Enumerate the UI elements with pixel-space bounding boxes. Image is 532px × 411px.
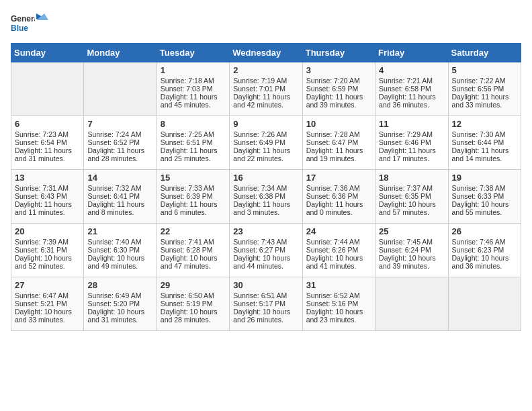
daylight-text: Daylight: 10 hours and 33 minutes. <box>15 308 80 324</box>
daylight-text: Daylight: 11 hours and 45 minutes. <box>161 93 226 109</box>
weekday-header-tuesday: Tuesday <box>157 44 229 62</box>
daylight-text: Daylight: 11 hours and 11 minutes. <box>15 200 80 216</box>
day-number: 28 <box>87 280 152 290</box>
sunset-text: Sunset: 6:27 PM <box>233 246 298 254</box>
day-number: 10 <box>306 119 371 129</box>
sunset-text: Sunset: 6:59 PM <box>306 85 371 93</box>
day-number: 30 <box>233 280 298 290</box>
day-number: 18 <box>379 173 444 183</box>
daylight-text: Daylight: 11 hours and 6 minutes. <box>161 200 226 216</box>
sunset-text: Sunset: 6:38 PM <box>233 192 298 200</box>
sunset-text: Sunset: 6:47 PM <box>306 138 371 146</box>
calendar-cell: 20Sunrise: 7:39 AMSunset: 6:31 PMDayligh… <box>11 224 84 277</box>
calendar-cell: 26Sunrise: 7:46 AMSunset: 6:23 PMDayligh… <box>448 224 521 277</box>
sunset-text: Sunset: 5:20 PM <box>87 300 152 308</box>
logo-graphic: General Blue <box>11 11 35 35</box>
calendar-cell: 31Sunrise: 6:52 AMSunset: 5:16 PMDayligh… <box>302 277 375 331</box>
sunrise-text: Sunrise: 7:30 AM <box>452 130 517 138</box>
day-number: 22 <box>161 226 226 236</box>
weekday-header-row: SundayMondayTuesdayWednesdayThursdayFrid… <box>11 44 521 62</box>
sunrise-text: Sunrise: 7:26 AM <box>233 130 298 138</box>
sunrise-text: Sunrise: 7:24 AM <box>87 130 152 138</box>
daylight-text: Daylight: 10 hours and 49 minutes. <box>87 254 152 270</box>
sunrise-text: Sunrise: 7:41 AM <box>161 238 226 246</box>
calendar-cell: 5Sunrise: 7:22 AMSunset: 6:56 PMDaylight… <box>448 62 521 116</box>
weekday-header-sunday: Sunday <box>11 44 84 62</box>
day-number: 31 <box>306 280 371 290</box>
calendar-cell: 19Sunrise: 7:38 AMSunset: 6:33 PMDayligh… <box>448 170 521 224</box>
sunrise-text: Sunrise: 7:34 AM <box>233 184 298 192</box>
sunrise-text: Sunrise: 7:46 AM <box>452 238 517 246</box>
calendar-cell: 13Sunrise: 7:31 AMSunset: 6:43 PMDayligh… <box>11 170 84 224</box>
calendar-cell: 2Sunrise: 7:19 AMSunset: 7:01 PMDaylight… <box>230 62 302 116</box>
daylight-text: Daylight: 10 hours and 55 minutes. <box>452 200 517 216</box>
sunset-text: Sunset: 6:51 PM <box>161 138 226 146</box>
daylight-text: Daylight: 11 hours and 31 minutes. <box>15 146 80 163</box>
day-number: 9 <box>233 119 298 129</box>
daylight-text: Daylight: 11 hours and 39 minutes. <box>306 93 371 109</box>
day-number: 24 <box>306 226 371 236</box>
daylight-text: Daylight: 10 hours and 28 minutes. <box>161 308 226 324</box>
day-number: 13 <box>15 173 80 183</box>
calendar-cell: 24Sunrise: 7:44 AMSunset: 6:26 PMDayligh… <box>302 224 375 277</box>
day-number: 5 <box>452 65 517 75</box>
sunset-text: Sunset: 6:44 PM <box>452 138 517 146</box>
day-number: 26 <box>452 226 517 236</box>
sunset-text: Sunset: 5:19 PM <box>161 300 226 308</box>
sunset-text: Sunset: 5:16 PM <box>306 300 371 308</box>
daylight-text: Daylight: 10 hours and 52 minutes. <box>15 254 80 270</box>
sunset-text: Sunset: 6:49 PM <box>233 138 298 146</box>
daylight-text: Daylight: 11 hours and 19 minutes. <box>306 146 371 163</box>
calendar-week-row: 27Sunrise: 6:47 AMSunset: 5:21 PMDayligh… <box>11 277 521 331</box>
calendar-cell: 29Sunrise: 6:50 AMSunset: 5:19 PMDayligh… <box>157 277 229 331</box>
calendar-cell: 22Sunrise: 7:41 AMSunset: 6:28 PMDayligh… <box>157 224 229 277</box>
calendar-cell: 16Sunrise: 7:34 AMSunset: 6:38 PMDayligh… <box>230 170 302 224</box>
sunrise-text: Sunrise: 6:51 AM <box>233 291 298 300</box>
day-number: 19 <box>452 173 517 183</box>
logo-wordmark: General Blue <box>11 11 48 35</box>
sunset-text: Sunset: 6:31 PM <box>15 246 80 254</box>
calendar-cell: 1Sunrise: 7:18 AMSunset: 7:03 PMDaylight… <box>157 62 229 116</box>
sunset-text: Sunset: 6:39 PM <box>161 192 226 200</box>
calendar-week-row: 6Sunrise: 7:23 AMSunset: 6:54 PMDaylight… <box>11 116 521 170</box>
sunset-text: Sunset: 6:54 PM <box>15 138 80 146</box>
calendar-cell: 25Sunrise: 7:45 AMSunset: 6:24 PMDayligh… <box>375 224 448 277</box>
calendar-cell: 8Sunrise: 7:25 AMSunset: 6:51 PMDaylight… <box>157 116 229 170</box>
day-number: 7 <box>87 119 152 129</box>
sunset-text: Sunset: 6:43 PM <box>15 192 80 200</box>
daylight-text: Daylight: 11 hours and 17 minutes. <box>379 146 444 163</box>
calendar-cell <box>375 277 448 331</box>
weekday-header-monday: Monday <box>84 44 157 62</box>
daylight-text: Daylight: 11 hours and 0 minutes. <box>306 200 371 216</box>
day-number: 14 <box>87 173 152 183</box>
svg-text:General: General <box>11 14 35 24</box>
sunrise-text: Sunrise: 7:32 AM <box>87 184 152 192</box>
sunrise-text: Sunrise: 7:29 AM <box>379 130 444 138</box>
weekday-header-thursday: Thursday <box>302 44 375 62</box>
sunrise-text: Sunrise: 7:19 AM <box>233 77 298 85</box>
sunset-text: Sunset: 6:36 PM <box>306 192 371 200</box>
day-number: 3 <box>306 65 371 75</box>
weekday-header-wednesday: Wednesday <box>230 44 302 62</box>
daylight-text: Daylight: 10 hours and 44 minutes. <box>233 254 298 270</box>
page-header: General Blue <box>11 11 521 35</box>
calendar-table: SundayMondayTuesdayWednesdayThursdayFrid… <box>11 43 521 331</box>
day-number: 21 <box>87 226 152 236</box>
logo-arrow-icon <box>36 13 48 32</box>
sunset-text: Sunset: 6:23 PM <box>452 246 517 254</box>
day-number: 25 <box>379 226 444 236</box>
day-number: 20 <box>15 226 80 236</box>
calendar-cell <box>448 277 521 331</box>
daylight-text: Daylight: 11 hours and 28 minutes. <box>87 146 152 163</box>
sunset-text: Sunset: 6:35 PM <box>379 192 444 200</box>
daylight-text: Daylight: 10 hours and 36 minutes. <box>452 254 517 270</box>
sunrise-text: Sunrise: 7:18 AM <box>161 77 226 85</box>
day-number: 15 <box>161 173 226 183</box>
calendar-cell: 6Sunrise: 7:23 AMSunset: 6:54 PMDaylight… <box>11 116 84 170</box>
calendar-cell: 9Sunrise: 7:26 AMSunset: 6:49 PMDaylight… <box>230 116 302 170</box>
sunrise-text: Sunrise: 7:36 AM <box>306 184 371 192</box>
day-number: 16 <box>233 173 298 183</box>
calendar-cell: 10Sunrise: 7:28 AMSunset: 6:47 PMDayligh… <box>302 116 375 170</box>
sunrise-text: Sunrise: 7:37 AM <box>379 184 444 192</box>
day-number: 29 <box>161 280 226 290</box>
